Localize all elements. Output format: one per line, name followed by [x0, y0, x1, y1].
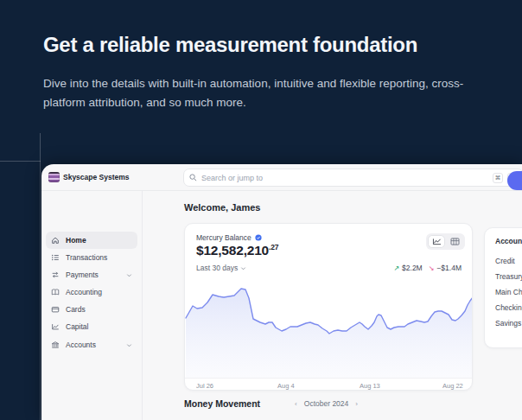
table-view-toggle-button[interactable] — [446, 235, 463, 248]
x-tick: Aug 22 — [442, 382, 463, 390]
account-item-savings[interactable]: Savings ·· — [495, 319, 522, 328]
balance-cents: .27 — [269, 243, 278, 251]
bank-icon — [51, 340, 60, 349]
sidebar-item-transactions[interactable]: Transactions — [46, 249, 137, 266]
search-icon — [189, 174, 197, 181]
hero-subtitle: Dive into the details with built-in auto… — [43, 74, 467, 112]
sidebar-item-label: Capital — [66, 322, 88, 331]
account-item-main-checking[interactable]: Main Che — [495, 288, 522, 296]
accounts-card-title: Accounts — [495, 237, 522, 245]
cmd-key-badge: ⌘ — [493, 173, 503, 183]
accounts-card: Accounts Credit Treasury Main Che Checki… — [484, 227, 522, 348]
hero-title: Get a reliable measurement foundation — [43, 33, 417, 57]
home-icon — [51, 236, 60, 245]
sidebar-item-payments[interactable]: Payments — [46, 266, 137, 283]
account-item-credit[interactable]: Credit — [495, 257, 515, 265]
sidebar-item-home[interactable]: Home — [46, 232, 137, 249]
x-tick: Aug 4 — [277, 382, 295, 390]
next-month-button[interactable]: › — [355, 400, 358, 408]
top-bar: Skyscape Systems Search or jump to ⌘ K — [41, 164, 522, 191]
sidebar-item-cards[interactable]: Cards — [46, 301, 137, 318]
sidebar-item-label: Payments — [66, 270, 99, 279]
x-tick: Jul 26 — [196, 382, 213, 390]
verified-badge-icon — [255, 234, 262, 241]
account-item-checking[interactable]: Checking — [495, 303, 522, 312]
sidebar-item-label: Accounting — [66, 288, 102, 296]
balance-card: Mercury Balance $12,582,210.27 Last 30 d… — [184, 223, 473, 391]
line-chart-toggle-button[interactable] — [428, 235, 445, 248]
decorative-vertical-line — [40, 133, 41, 420]
sidebar: Home Transactions Payments Accounting Ca… — [41, 191, 143, 420]
outflow-arrow-icon: ↘ — [429, 264, 435, 272]
chevron-down-icon — [240, 265, 246, 271]
balance-area-chart — [185, 276, 473, 378]
transactions-list-icon — [51, 253, 60, 262]
sidebar-item-accounting[interactable]: Accounting — [46, 283, 137, 301]
inflow-arrow-icon: ↗ — [393, 264, 399, 272]
chart-view-toggle — [426, 233, 465, 250]
chevron-down-icon — [126, 272, 132, 278]
table-icon — [450, 238, 460, 245]
primary-action-button[interactable] — [507, 171, 522, 190]
account-item-treasury[interactable]: Treasury — [495, 272, 522, 281]
balance-card-title: Mercury Balance — [196, 233, 251, 242]
dashboard-panel: Skyscape Systems Search or jump to ⌘ K H… — [41, 164, 522, 420]
x-tick: Aug 13 — [360, 382, 380, 390]
chevron-down-icon — [126, 342, 132, 348]
brand-name: Skyscape Systems — [63, 173, 130, 181]
chart-x-axis: Jul 26 Aug 4 Aug 13 Aug 22 — [185, 378, 473, 391]
sidebar-item-label: Accounts — [66, 340, 96, 349]
inflow-value: $2.2M — [402, 264, 423, 272]
capital-chart-icon — [51, 322, 60, 331]
sidebar-item-capital[interactable]: Capital — [46, 318, 137, 335]
card-icon — [51, 305, 60, 314]
search-placeholder: Search or jump to — [201, 174, 488, 182]
month-label: October 2024 — [304, 399, 349, 408]
money-movement-section: Money Movement ‹ October 2024 › — [184, 398, 358, 409]
outflow-value: −$1.4M — [436, 264, 462, 272]
accounting-book-icon — [51, 288, 60, 296]
sidebar-item-label: Home — [66, 236, 86, 245]
sidebar-item-label: Cards — [66, 305, 86, 314]
sidebar-item-accounts[interactable]: Accounts — [46, 336, 137, 353]
money-movement-title: Money Movement — [184, 398, 260, 409]
welcome-heading: Welcome, James — [184, 202, 260, 213]
sidebar-item-label: Transactions — [66, 253, 107, 262]
brand-logo-icon — [48, 172, 60, 182]
previous-month-button[interactable]: ‹ — [295, 400, 297, 408]
payments-arrows-icon — [51, 270, 60, 279]
decorative-horizontal-line — [0, 161, 41, 162]
search-input[interactable]: Search or jump to ⌘ K — [183, 169, 522, 187]
flow-stats: ↗ $2.2M ↘ −$1.4M — [393, 264, 462, 272]
balance-amount: $12,582,210.27 — [196, 243, 278, 258]
date-range-dropdown[interactable]: Last 30 days — [196, 264, 246, 272]
line-chart-icon — [432, 238, 442, 245]
